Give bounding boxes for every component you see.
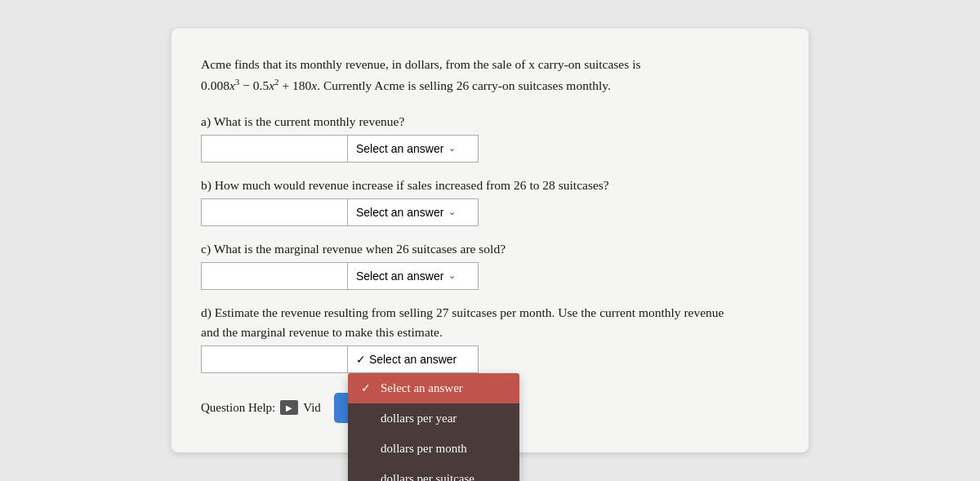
question-d-label: d) Estimate the revenue resulting from s… [201, 303, 779, 342]
video-icon[interactable]: ▶ [280, 400, 298, 415]
question-d-label-line1: d) Estimate the revenue resulting from s… [201, 305, 724, 319]
question-a-dropdown-label: Select an answer [356, 142, 443, 155]
question-b-dropdown-label: Select an answer [356, 206, 443, 219]
dropdown-option-dollars-per-year[interactable]: dollars per year [348, 403, 519, 434]
question-a-label: a) What is the current monthly revenue? [201, 112, 779, 131]
question-d-label-line2: and the marginal revenue to make this es… [201, 325, 443, 339]
question-b-text-input[interactable] [201, 198, 348, 226]
question-b-input-row: Select an answer ⌄ [201, 198, 779, 226]
dropdown-option-dollars-per-suitcase[interactable]: dollars per suitcase [348, 464, 519, 481]
question-d-dropdown-selected: ✓ Select an answer [356, 353, 457, 366]
question-a-text-input[interactable] [201, 135, 348, 163]
dropdown-option-select-answer[interactable]: ✓ Select an answer [348, 373, 519, 403]
question-help-label: Question Help: [201, 401, 275, 415]
question-c-text-input[interactable] [201, 262, 348, 290]
question-c-input-row: Select an answer ⌄ [201, 262, 779, 290]
dropdown-option-label: dollars per suitcase [381, 472, 474, 481]
dropdown-option-dollars-per-month[interactable]: dollars per month [348, 434, 519, 464]
problem-line2: 0.008x3 − 0.5x2 + 180x. Currently Acme i… [201, 78, 611, 92]
question-c-dropdown[interactable]: Select an answer ⌄ [348, 262, 479, 290]
dropdown-option-label: dollars per month [381, 442, 467, 456]
chevron-down-icon: ⌄ [448, 207, 456, 217]
question-c-block: c) What is the marginal revenue when 26 … [201, 239, 779, 290]
question-b-label: b) How much would revenue increase if sa… [201, 176, 779, 195]
chevron-down-icon: ⌄ [448, 143, 456, 154]
question-d-dropdown-wrapper: ✓ Select an answer ✓ Select an answer do… [348, 345, 479, 373]
question-d-dropdown-button[interactable]: ✓ Select an answer [348, 345, 479, 373]
question-a-block: a) What is the current monthly revenue? … [201, 112, 779, 163]
question-d-text-input[interactable] [201, 345, 348, 373]
dropdown-option-label: Select an answer [381, 381, 463, 395]
question-d-dropdown-menu: ✓ Select an answer dollars per year doll… [348, 373, 519, 481]
dropdown-option-label: dollars per year [381, 412, 457, 425]
question-b-dropdown[interactable]: Select an answer ⌄ [348, 198, 479, 226]
question-d-input-row: ✓ Select an answer ✓ Select an answer do… [201, 345, 779, 373]
question-c-dropdown-label: Select an answer [356, 269, 443, 283]
question-help: Question Help: ▶ Vid [201, 400, 321, 415]
chevron-down-icon: ⌄ [448, 270, 456, 281]
question-b-block: b) How much would revenue increase if sa… [201, 176, 779, 226]
question-d-block: d) Estimate the revenue resulting from s… [201, 303, 779, 373]
checkmark-icon: ✓ [361, 381, 374, 395]
video-label: Vid [303, 401, 321, 415]
problem-line1: Acme finds that its monthly revenue, in … [201, 57, 641, 71]
question-a-input-row: Select an answer ⌄ [201, 135, 779, 163]
question-a-dropdown[interactable]: Select an answer ⌄ [348, 135, 479, 163]
main-card: Acme finds that its monthly revenue, in … [172, 29, 808, 452]
problem-statement: Acme finds that its monthly revenue, in … [201, 55, 779, 95]
question-c-label: c) What is the marginal revenue when 26 … [201, 239, 779, 259]
